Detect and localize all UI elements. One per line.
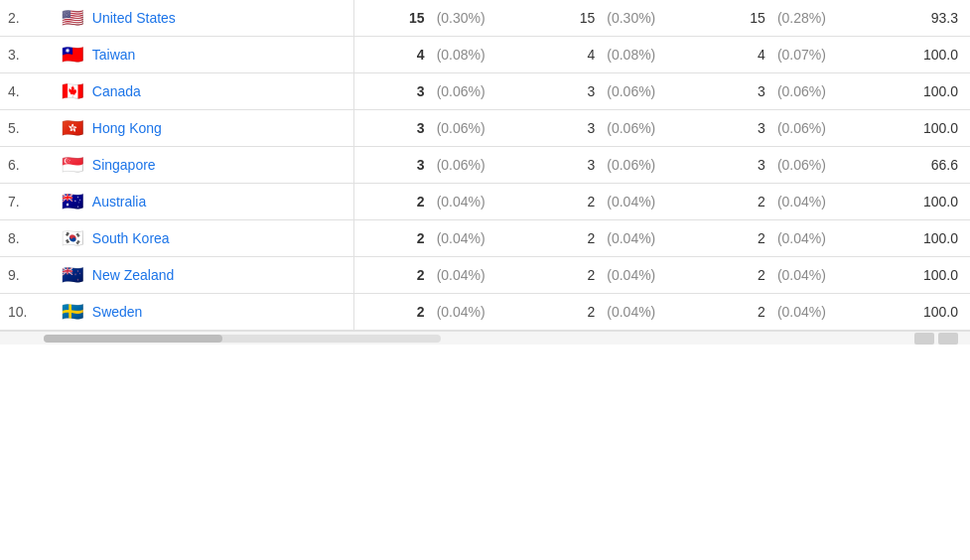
- pct3-cell: (0.28%): [773, 0, 879, 37]
- pct1-cell: (0.04%): [433, 294, 538, 331]
- rank-cell: 2.: [0, 0, 53, 37]
- pct2-cell: (0.04%): [603, 294, 708, 331]
- num1-cell: 4: [353, 37, 432, 73]
- pct3-cell: (0.06%): [773, 110, 879, 147]
- score-cell: 66.6: [878, 147, 970, 184]
- country-name-link[interactable]: United States: [92, 10, 176, 26]
- country-flag: 🇹🇼: [61, 47, 84, 63]
- rank-cell: 7.: [0, 184, 53, 220]
- scroll-left-btn[interactable]: [914, 333, 934, 345]
- country-cell: 🇭🇰 Hong Kong: [53, 110, 354, 147]
- pct3-cell: (0.06%): [773, 73, 879, 110]
- country-cell: 🇰🇷 South Korea: [53, 220, 354, 257]
- num2-cell: 2: [537, 294, 603, 331]
- score-cell: 100.0: [878, 294, 970, 331]
- country-flag: 🇺🇸: [61, 10, 84, 26]
- num1-cell: 2: [353, 294, 432, 331]
- table-row: 4. 🇨🇦 Canada 3 (0.06%) 3 (0.06%) 3 (0.06…: [0, 73, 970, 110]
- score-cell: 93.3: [878, 0, 970, 37]
- num2-cell: 3: [537, 73, 603, 110]
- num2-cell: 15: [537, 0, 603, 37]
- num3-cell: 3: [708, 110, 773, 147]
- num2-cell: 3: [537, 147, 603, 184]
- pct1-cell: (0.06%): [433, 147, 538, 184]
- pct1-cell: (0.08%): [433, 37, 538, 73]
- num1-cell: 2: [353, 220, 432, 257]
- num3-cell: 3: [708, 147, 773, 184]
- score-cell: 100.0: [878, 184, 970, 220]
- country-stats-table: 2. 🇺🇸 United States 15 (0.30%) 15 (0.30%…: [0, 0, 970, 331]
- num2-cell: 2: [537, 220, 603, 257]
- num3-cell: 3: [708, 73, 773, 110]
- pct3-cell: (0.04%): [773, 184, 879, 220]
- rank-cell: 6.: [0, 147, 53, 184]
- num3-cell: 2: [708, 184, 773, 220]
- rank-cell: 8.: [0, 220, 53, 257]
- scroll-right-btn[interactable]: [938, 333, 958, 345]
- rank-cell: 5.: [0, 110, 53, 147]
- rank-cell: 3.: [0, 37, 53, 73]
- score-cell: 100.0: [878, 110, 970, 147]
- country-name-link[interactable]: South Korea: [92, 230, 170, 246]
- pct1-cell: (0.06%): [433, 110, 538, 147]
- pct1-cell: (0.30%): [433, 0, 538, 37]
- pct2-cell: (0.04%): [603, 184, 708, 220]
- pct1-cell: (0.04%): [433, 184, 538, 220]
- table-row: 8. 🇰🇷 South Korea 2 (0.04%) 2 (0.04%) 2 …: [0, 220, 970, 257]
- country-cell: 🇦🇺 Australia: [53, 184, 354, 220]
- table-row: 9. 🇳🇿 New Zealand 2 (0.04%) 2 (0.04%) 2 …: [0, 257, 970, 294]
- num3-cell: 2: [708, 294, 773, 331]
- country-cell: 🇳🇿 New Zealand: [53, 257, 354, 294]
- country-name-link[interactable]: New Zealand: [92, 267, 175, 283]
- score-cell: 100.0: [878, 220, 970, 257]
- table-row: 3. 🇹🇼 Taiwan 4 (0.08%) 4 (0.08%) 4 (0.07…: [0, 37, 970, 73]
- scrollbar-track[interactable]: [44, 335, 441, 343]
- country-flag: 🇰🇷: [61, 230, 84, 246]
- pct2-cell: (0.08%): [603, 37, 708, 73]
- num1-cell: 15: [353, 0, 432, 37]
- score-cell: 100.0: [878, 73, 970, 110]
- country-name-link[interactable]: Hong Kong: [92, 120, 162, 136]
- num1-cell: 3: [353, 147, 432, 184]
- scrollbar-thumb[interactable]: [44, 335, 222, 343]
- country-cell: 🇨🇦 Canada: [53, 73, 354, 110]
- num2-cell: 2: [537, 184, 603, 220]
- pct2-cell: (0.30%): [603, 0, 708, 37]
- country-flag: 🇦🇺: [61, 194, 84, 210]
- pct3-cell: (0.06%): [773, 147, 879, 184]
- country-cell: 🇸🇬 Singapore: [53, 147, 354, 184]
- country-flag: 🇨🇦: [61, 83, 84, 99]
- table-row: 10. 🇸🇪 Sweden 2 (0.04%) 2 (0.04%) 2 (0.0…: [0, 294, 970, 331]
- pct3-cell: (0.04%): [773, 220, 879, 257]
- pct3-cell: (0.04%): [773, 294, 879, 331]
- num3-cell: 2: [708, 220, 773, 257]
- pct2-cell: (0.06%): [603, 73, 708, 110]
- pct1-cell: (0.04%): [433, 220, 538, 257]
- horizontal-scrollbar[interactable]: [0, 331, 970, 345]
- pct3-cell: (0.07%): [773, 37, 879, 73]
- scroll-buttons: [914, 333, 958, 345]
- pct2-cell: (0.06%): [603, 110, 708, 147]
- score-cell: 100.0: [878, 257, 970, 294]
- pct2-cell: (0.06%): [603, 147, 708, 184]
- pct1-cell: (0.04%): [433, 257, 538, 294]
- num1-cell: 2: [353, 184, 432, 220]
- country-cell: 🇺🇸 United States: [53, 0, 354, 37]
- country-name-link[interactable]: Australia: [92, 194, 146, 210]
- country-name-link[interactable]: Sweden: [92, 304, 143, 320]
- rank-cell: 4.: [0, 73, 53, 110]
- num1-cell: 2: [353, 257, 432, 294]
- num2-cell: 4: [537, 37, 603, 73]
- country-name-link[interactable]: Singapore: [92, 157, 156, 173]
- country-flag: 🇭🇰: [61, 120, 84, 136]
- country-name-link[interactable]: Canada: [92, 83, 141, 99]
- pct2-cell: (0.04%): [603, 220, 708, 257]
- pct1-cell: (0.06%): [433, 73, 538, 110]
- country-flag: 🇳🇿: [61, 267, 84, 283]
- table-row: 6. 🇸🇬 Singapore 3 (0.06%) 3 (0.06%) 3 (0…: [0, 147, 970, 184]
- num3-cell: 15: [708, 0, 773, 37]
- country-name-link[interactable]: Taiwan: [92, 47, 136, 63]
- table-row: 2. 🇺🇸 United States 15 (0.30%) 15 (0.30%…: [0, 0, 970, 37]
- num1-cell: 3: [353, 73, 432, 110]
- num1-cell: 3: [353, 110, 432, 147]
